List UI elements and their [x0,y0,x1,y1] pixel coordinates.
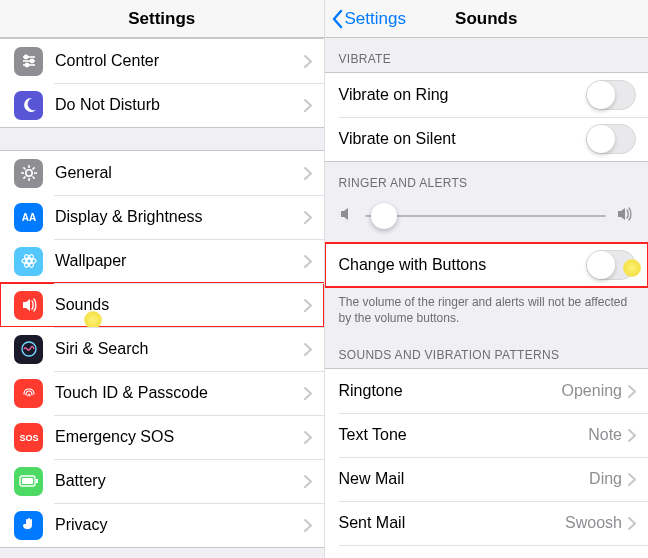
chevron-right-icon [304,99,312,112]
volume-low-icon [339,206,355,226]
vibrate-silent-toggle[interactable] [586,124,636,154]
row-value: Swoosh [565,514,622,532]
row-label: Sounds [55,296,304,314]
general-icon [14,159,43,188]
row-vibrate-ring[interactable]: Vibrate on Ring [325,73,649,117]
row-value: Note [588,426,622,444]
settings-row-control-center[interactable]: Control Center [0,39,324,83]
settings-row-privacy[interactable]: Privacy [0,503,324,547]
svg-line-12 [32,177,34,179]
row-label: Siri & Search [55,340,304,358]
volume-slider[interactable] [365,215,607,217]
settings-group: GeneralAADisplay & BrightnessWallpaperSo… [0,150,324,548]
ringer-footer: The volume of the ringer and alerts will… [325,288,649,334]
chevron-right-icon [304,211,312,224]
chevron-right-icon [628,517,636,530]
wallpaper-icon [14,247,43,276]
row-change-with-buttons[interactable]: Change with Buttons [325,243,649,287]
chevron-left-icon [331,9,343,29]
settings-row-touchid[interactable]: Touch ID & Passcode [0,371,324,415]
vibrate-group: Vibrate on RingVibrate on Silent [325,72,649,162]
sounds-pane: Settings Sounds VIBRATEVibrate on RingVi… [324,0,649,558]
volume-high-icon [616,206,634,226]
back-button[interactable]: Settings [331,9,406,29]
row-label: Change with Buttons [339,256,587,274]
control-center-icon [14,47,43,76]
svg-point-3 [24,55,27,58]
row-label: Text Tone [339,426,589,444]
row-ringtone[interactable]: RingtoneOpening [325,369,649,413]
chevron-right-icon [304,519,312,532]
row-calendar[interactable]: Calendar AlertsChord [325,545,649,558]
patterns-group: RingtoneOpeningText ToneNoteNew MailDing… [325,368,649,558]
row-label: Touch ID & Passcode [55,384,304,402]
svg-rect-24 [36,479,38,483]
row-label: Emergency SOS [55,428,304,446]
settings-row-wallpaper[interactable]: Wallpaper [0,239,324,283]
row-label: Wallpaper [55,252,304,270]
patterns-header: SOUNDS AND VIBRATION PATTERNS [325,334,649,368]
row-sentmail[interactable]: Sent MailSwoosh [325,501,649,545]
row-label: Privacy [55,516,304,534]
svg-point-4 [30,59,33,62]
chevron-right-icon [304,255,312,268]
row-label: Battery [55,472,304,490]
settings-row-display[interactable]: AADisplay & Brightness [0,195,324,239]
row-label: Display & Brightness [55,208,304,226]
svg-text:AA: AA [21,212,35,223]
sounds-title: Sounds [455,9,517,29]
chevron-right-icon [304,431,312,444]
row-label: Vibrate on Silent [339,130,587,148]
chevron-right-icon [628,473,636,486]
chevron-right-icon [628,429,636,442]
svg-text:SOS: SOS [19,433,38,443]
vibrate-ring-toggle[interactable] [586,80,636,110]
row-label: Control Center [55,52,304,70]
settings-group: Control CenterDo Not Disturb [0,38,324,128]
change-with-buttons-toggle[interactable] [586,250,636,280]
settings-pane: Settings Control CenterDo Not DisturbGen… [0,0,324,558]
chevron-right-icon [304,167,312,180]
row-label: Sent Mail [339,514,566,532]
settings-row-battery[interactable]: Battery [0,459,324,503]
chevron-right-icon [304,55,312,68]
display-icon: AA [14,203,43,232]
settings-row-sos[interactable]: SOSEmergency SOS [0,415,324,459]
svg-point-5 [25,63,28,66]
sounds-icon [14,291,43,320]
svg-line-11 [23,167,25,169]
do-not-disturb-icon [14,91,43,120]
chevron-right-icon [304,299,312,312]
settings-row-do-not-disturb[interactable]: Do Not Disturb [0,83,324,127]
ringer-header: RINGER AND ALERTS [325,162,649,196]
row-label: Vibrate on Ring [339,86,587,104]
chevron-right-icon [304,387,312,400]
chevron-right-icon [304,475,312,488]
sos-icon: SOS [14,423,43,452]
row-vibrate-silent[interactable]: Vibrate on Silent [325,117,649,161]
siri-icon [14,335,43,364]
svg-rect-23 [22,478,33,484]
row-texttone[interactable]: Text ToneNote [325,413,649,457]
vibrate-header: VIBRATE [325,38,649,72]
settings-row-sounds[interactable]: Sounds [0,283,324,327]
chevron-right-icon [304,343,312,356]
svg-point-6 [25,170,31,176]
privacy-icon [14,511,43,540]
settings-row-general[interactable]: General [0,151,324,195]
row-label: General [55,164,304,182]
row-label: Ringtone [339,382,562,400]
row-value: Opening [562,382,623,400]
back-label: Settings [345,9,406,29]
row-value: Ding [589,470,622,488]
row-newmail[interactable]: New MailDing [325,457,649,501]
settings-row-siri[interactable]: Siri & Search [0,327,324,371]
settings-navbar: Settings [0,0,324,38]
battery-icon [14,467,43,496]
cursor-indicator [623,259,641,277]
row-label: Do Not Disturb [55,96,304,114]
svg-line-14 [32,167,34,169]
change-buttons-group: Change with Buttons [325,242,649,288]
sounds-navbar: Settings Sounds [325,0,649,38]
settings-title: Settings [128,9,195,29]
